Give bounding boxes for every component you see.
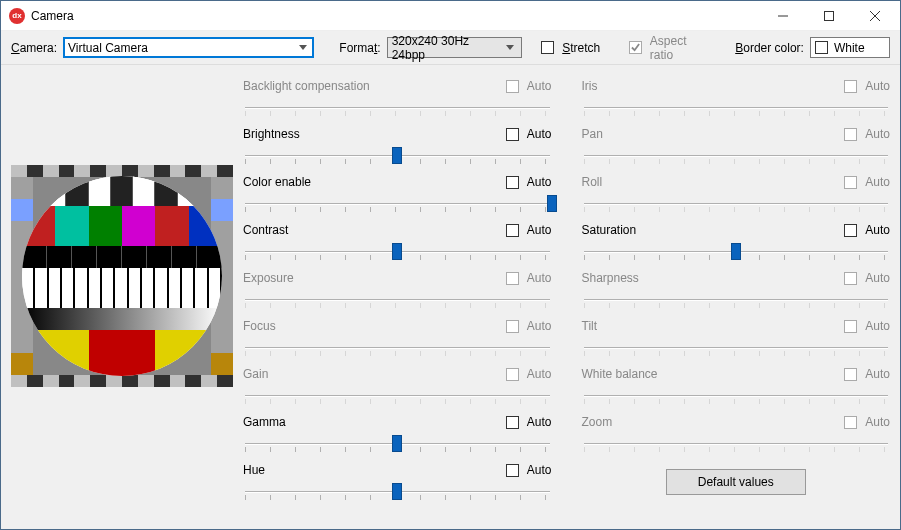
control-label: Roll: [582, 175, 603, 189]
content-area: Backlight compensationAutoBrightnessAuto…: [1, 65, 900, 529]
auto-label: Auto: [527, 175, 552, 189]
control-row: SharpnessAuto: [582, 269, 891, 317]
slider: [243, 337, 552, 357]
auto-checkbox[interactable]: Auto: [506, 127, 552, 141]
checkbox-icon: [844, 176, 857, 189]
control-label: Exposure: [243, 271, 294, 285]
slider-thumb[interactable]: [547, 195, 557, 212]
app-icon: dx: [9, 8, 25, 24]
checkbox-icon: [844, 128, 857, 141]
border-color-label: Border color:: [735, 41, 804, 55]
stretch-checkbox[interactable]: Stretch: [541, 41, 600, 55]
checkbox-icon: [506, 272, 519, 285]
settings-panel: Backlight compensationAutoBrightnessAuto…: [243, 77, 890, 519]
check-icon: [629, 41, 642, 54]
auto-checkbox: Auto: [506, 79, 552, 93]
maximize-button[interactable]: [806, 1, 852, 31]
auto-label: Auto: [865, 367, 890, 381]
auto-label: Auto: [527, 415, 552, 429]
slider: [582, 193, 891, 213]
auto-checkbox: Auto: [844, 127, 890, 141]
chevron-down-icon: [502, 38, 519, 57]
auto-label: Auto: [865, 319, 890, 333]
auto-label: Auto: [865, 415, 890, 429]
checkbox-icon: [506, 320, 519, 333]
control-label: Gamma: [243, 415, 286, 429]
slider: [582, 433, 891, 453]
control-row: ZoomAuto: [582, 413, 891, 461]
minimize-button[interactable]: [760, 1, 806, 31]
slider-thumb[interactable]: [392, 243, 402, 260]
checkbox-icon: [844, 80, 857, 93]
checkbox-icon: [844, 320, 857, 333]
checkbox-icon: [506, 224, 519, 237]
format-select[interactable]: 320x240 30Hz 24bpp: [387, 37, 522, 58]
control-row: RollAuto: [582, 173, 891, 221]
control-row: TiltAuto: [582, 317, 891, 365]
auto-checkbox: Auto: [844, 367, 890, 381]
checkbox-icon: [506, 80, 519, 93]
slider: [243, 97, 552, 117]
camera-window: dx Camera Camera: Virtual Camera Format:…: [0, 0, 901, 530]
auto-checkbox: Auto: [844, 79, 890, 93]
checkbox-icon: [506, 464, 519, 477]
slider-thumb[interactable]: [731, 243, 741, 260]
auto-checkbox[interactable]: Auto: [506, 223, 552, 237]
control-label: Zoom: [582, 415, 613, 429]
auto-label: Auto: [527, 319, 552, 333]
slider[interactable]: [582, 241, 891, 261]
slider-thumb[interactable]: [392, 147, 402, 164]
border-color-select[interactable]: White: [810, 37, 890, 58]
default-values-button[interactable]: Default values: [666, 469, 806, 495]
auto-checkbox[interactable]: Auto: [506, 175, 552, 189]
control-row: Backlight compensationAuto: [243, 77, 552, 125]
control-label: Gain: [243, 367, 268, 381]
auto-checkbox: Auto: [506, 319, 552, 333]
checkbox-icon: [506, 368, 519, 381]
control-row: SaturationAuto: [582, 221, 891, 269]
svg-rect-1: [825, 11, 834, 20]
auto-checkbox[interactable]: Auto: [506, 463, 552, 477]
control-label: Hue: [243, 463, 265, 477]
control-row: ContrastAuto: [243, 221, 552, 269]
slider[interactable]: [243, 433, 552, 453]
slider: [582, 337, 891, 357]
slider[interactable]: [243, 481, 552, 501]
close-button[interactable]: [852, 1, 898, 31]
auto-label: Auto: [865, 271, 890, 285]
window-title: Camera: [31, 9, 74, 23]
auto-label: Auto: [865, 127, 890, 141]
auto-checkbox: Auto: [506, 367, 552, 381]
control-label: Color enable: [243, 175, 311, 189]
control-row: BrightnessAuto: [243, 125, 552, 173]
slider: [243, 385, 552, 405]
color-swatch: [815, 41, 828, 54]
slider: [582, 97, 891, 117]
control-label: Tilt: [582, 319, 598, 333]
control-row: GammaAuto: [243, 413, 552, 461]
auto-checkbox: Auto: [844, 271, 890, 285]
slider[interactable]: [243, 193, 552, 213]
checkbox-icon: [844, 224, 857, 237]
slider[interactable]: [243, 145, 552, 165]
camera-select[interactable]: Virtual Camera: [63, 37, 314, 58]
control-row: ExposureAuto: [243, 269, 552, 317]
auto-label: Auto: [527, 223, 552, 237]
auto-checkbox[interactable]: Auto: [506, 415, 552, 429]
titlebar[interactable]: dx Camera: [1, 1, 900, 31]
camera-preview-pane: [11, 77, 233, 519]
auto-label: Auto: [865, 175, 890, 189]
auto-checkbox[interactable]: Auto: [844, 223, 890, 237]
checkbox-icon: [506, 416, 519, 429]
slider[interactable]: [243, 241, 552, 261]
control-label: Pan: [582, 127, 603, 141]
auto-label: Auto: [527, 127, 552, 141]
control-label: Sharpness: [582, 271, 639, 285]
slider-thumb[interactable]: [392, 483, 402, 500]
auto-checkbox: Auto: [844, 175, 890, 189]
toolbar: Camera: Virtual Camera Format: 320x240 3…: [1, 31, 900, 65]
auto-label: Auto: [527, 367, 552, 381]
slider-thumb[interactable]: [392, 435, 402, 452]
format-label: Format:: [339, 41, 380, 55]
aspect-ratio-checkbox: Aspect ratio: [629, 34, 707, 62]
